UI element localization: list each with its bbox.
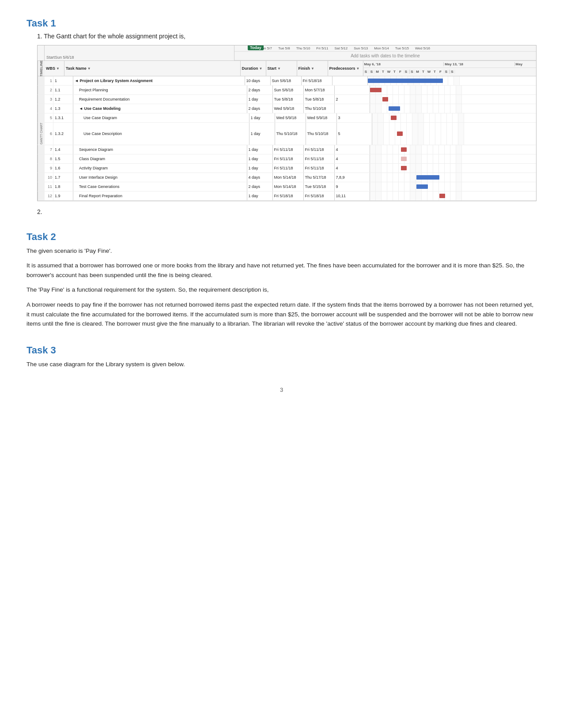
row-start: Fri 5/11/18 [273, 164, 304, 173]
row-calendar [370, 173, 537, 182]
today-button[interactable]: Today [248, 45, 264, 50]
row-calendar [370, 145, 537, 154]
row-calendar [370, 191, 537, 200]
row-predecessors [335, 104, 370, 113]
day-M2: M [415, 70, 421, 74]
row-duration: 10 days [245, 76, 271, 85]
table-row: 21.1Project Planning2 daysSun 5/6/18Mon … [38, 86, 536, 95]
table-row: 81.5Class Diagram1 dayFri 5/11/18Fri 5/1… [38, 154, 536, 164]
day-labels-row: S S M T W T F S S M T W T F S S [363, 68, 537, 75]
week-labels-row: May 6, '18 May 13, '18 May [363, 61, 537, 68]
day-F2: F [438, 70, 444, 74]
row-start: Mon 5/14/18 [273, 173, 304, 182]
table-row: 121.9Final Report Preparation1 dayFri 5/… [38, 191, 536, 201]
gantt-bar [401, 157, 407, 161]
row-finish: Thu 5/10/18 [304, 104, 335, 113]
gantt-bar [397, 131, 403, 136]
table-row: 11◄ Project on Library System Assignment… [38, 76, 536, 86]
row-number: 11 [45, 182, 53, 191]
date-tick-4: Sat 5/12 [334, 46, 348, 50]
gantt-bar [416, 184, 428, 189]
row-number: 4 [45, 104, 53, 113]
row-duration: 1 day [247, 95, 273, 104]
timeline-side-label: TIMELINE [38, 61, 45, 76]
date-tick-6: Mon 5/14 [374, 46, 389, 50]
row-start: Fri 5/11/18 [273, 154, 304, 163]
timeline-label-spacer [38, 45, 45, 60]
table-row: GANTT CHART61.3.2Use Case Description1 d… [38, 123, 536, 145]
task2-section: Task 2 The given scenario is 'Pay Fine'.… [26, 231, 537, 329]
row-finish: Thu 5/10/18 [306, 123, 337, 145]
row-number: 5 [45, 113, 53, 122]
row-calendar [372, 123, 537, 145]
row-predecessors: 4 [335, 164, 370, 173]
table-row: 51.3.1Use Case Diagram1 dayWed 5/9/18Wed… [38, 113, 536, 123]
row-predecessors [333, 76, 368, 85]
row-finish: Mon 5/7/18 [304, 86, 335, 94]
row-wbs: 1.2 [53, 95, 73, 104]
day-F1: F [398, 70, 404, 74]
row-task-name: Requirement Documentation [73, 95, 247, 104]
day-T4: T [432, 70, 438, 74]
row-number: 2 [45, 86, 53, 94]
row-calendar [372, 113, 537, 122]
row-duration: 1 day [249, 113, 275, 122]
gantt-side-label: GANTT CHART [38, 123, 45, 145]
day-T1: T [381, 70, 386, 74]
gantt-chart: Start Sun 5/6/18 Today Mon 5/7 Tue 5/8 T… [37, 45, 537, 201]
row-number: 9 [45, 164, 53, 173]
task3-title: Task 3 [26, 345, 537, 356]
row-task-name: Test Case Generations [73, 182, 247, 191]
row-predecessors: 5 [337, 123, 372, 145]
gantt-bar [382, 97, 388, 101]
row-duration: 1 day [247, 154, 273, 163]
row-number: 6 [45, 123, 53, 145]
task1-item1: 1. The Gantt chart for the whole assignm… [37, 33, 537, 40]
row-task-name: ◄ Project on Library System Assignment [73, 76, 245, 85]
row-task-name: Class Diagram [73, 154, 247, 163]
gantt-side-label [38, 191, 45, 200]
row-finish: Fri 5/11/18 [304, 145, 335, 154]
date-tick-7: Tue 5/15 [395, 46, 409, 50]
day-S3: S [404, 70, 409, 74]
table-row: 101.7User Interface Design4 daysMon 5/14… [38, 173, 536, 182]
row-duration: 1 day [247, 191, 273, 200]
day-T2: T [392, 70, 398, 74]
row-task-name: Activity Diagram [73, 164, 247, 173]
row-finish: Tue 5/15/18 [304, 182, 335, 191]
row-predecessors: 10,11 [335, 191, 370, 200]
date-tick-3: Fri 5/11 [316, 46, 328, 50]
day-W1: W [386, 70, 392, 74]
gantt-side-label [38, 76, 45, 85]
left-col-header-top: Start Sun 5/6/18 [45, 45, 234, 60]
start-date-label: Start [46, 55, 55, 60]
today-btn-wrapper[interactable]: Today [248, 45, 264, 50]
row-start: Wed 5/9/18 [275, 113, 306, 122]
gantt-bar [401, 166, 407, 170]
gantt-bar [389, 106, 400, 111]
row-predecessors: 2 [335, 95, 370, 104]
row-number: 3 [45, 95, 53, 104]
row-predecessors [335, 86, 370, 94]
row-task-name: Sequence Diagram [73, 145, 247, 154]
row-wbs: 1.9 [53, 191, 73, 200]
row-task-name: Project Planning [73, 86, 247, 94]
row-duration: 2 days [247, 104, 273, 113]
gantt-bar [391, 116, 397, 120]
week-label-1: May 6, '18 [363, 62, 444, 66]
week-label-3: May [515, 62, 536, 66]
row-start: Thu 5/10/18 [275, 123, 306, 145]
row-number: 12 [45, 191, 53, 200]
row-number: 10 [45, 173, 53, 182]
task2-title: Task 2 [26, 231, 537, 243]
row-finish: Fri 5/18/18 [302, 76, 333, 85]
row-start: Mon 5/14/18 [273, 182, 304, 191]
gantt-bar [416, 175, 439, 180]
row-wbs: 1.4 [53, 145, 73, 154]
row-duration: 2 days [247, 182, 273, 191]
row-wbs: 1.8 [53, 182, 73, 191]
row-calendar [368, 76, 537, 85]
col-header-wbs: WBS ▼ [45, 61, 64, 76]
gantt-side-label [38, 95, 45, 104]
task1-section: Task 1 1. The Gantt chart for the whole … [26, 18, 537, 215]
